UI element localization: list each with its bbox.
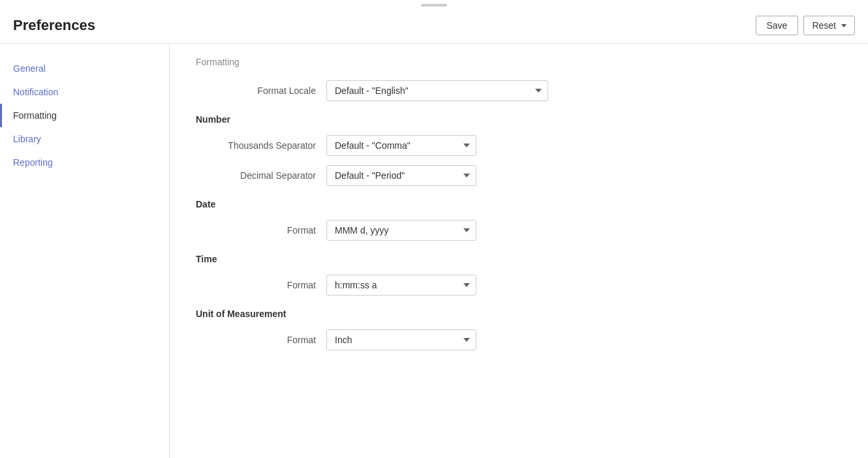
sidebar-item-formatting[interactable]: Formatting [0,104,169,127]
page-header: Preferences Save Reset [0,8,868,44]
sidebar-item-notification[interactable]: Notification [0,80,169,104]
measurement-format-label: Format [196,335,326,345]
time-title: Time [196,254,842,264]
format-locale-row: Format Locale Default - "English" [196,80,842,101]
date-format-wrapper: MMM d, yyyy [326,220,476,241]
sidebar: General Notification Formatting Library … [0,44,170,458]
header-buttons: Save Reset [756,16,856,35]
date-section: Date Format MMM d, yyyy [196,199,842,241]
date-format-row: Format MMM d, yyyy [196,220,842,241]
sidebar-item-label-formatting: Formatting [13,110,57,121]
decimal-separator-select[interactable]: Default - "Period" [326,165,476,186]
reset-label: Reset [812,20,836,31]
decimal-separator-label: Decimal Separator [196,170,326,181]
measurement-format-wrapper: Inch [326,329,476,350]
time-format-label: Format [196,280,326,290]
decimal-separator-row: Decimal Separator Default - "Period" [196,165,842,186]
measurement-section: Unit of Measurement Format Inch [196,309,842,350]
sidebar-item-label-general: General [13,63,46,74]
format-locale-label: Format Locale [196,85,326,96]
reset-button[interactable]: Reset [803,16,855,35]
sidebar-item-reporting[interactable]: Reporting [0,151,169,174]
format-locale-select[interactable]: Default - "English" [326,80,548,101]
date-format-label: Format [196,225,326,236]
decimal-separator-wrapper: Default - "Period" [326,165,476,186]
main-layout: General Notification Formatting Library … [0,44,868,458]
time-format-wrapper: h:mm:ss a [326,275,476,296]
thousands-separator-wrapper: Default - "Comma" [326,135,476,156]
measurement-title: Unit of Measurement [196,309,842,319]
measurement-format-select[interactable]: Inch [326,329,476,350]
sidebar-item-library[interactable]: Library [0,127,169,151]
time-format-select[interactable]: h:mm:ss a [326,275,476,296]
date-title: Date [196,199,842,209]
save-button[interactable]: Save [756,16,799,35]
date-format-select[interactable]: MMM d, yyyy [326,220,476,241]
sidebar-item-general[interactable]: General [0,57,169,80]
number-section: Number Thousands Separator Default - "Co… [196,114,842,186]
page-title: Preferences [13,17,95,34]
sidebar-item-label-library: Library [13,134,41,144]
thousands-separator-select[interactable]: Default - "Comma" [326,135,476,156]
number-title: Number [196,114,842,125]
sidebar-item-label-reporting: Reporting [13,157,53,168]
format-locale-wrapper: Default - "English" [326,80,548,101]
drag-handle [421,4,447,7]
measurement-format-row: Format Inch [196,329,842,350]
thousands-separator-row: Thousands Separator Default - "Comma" [196,135,842,156]
content-area: Formatting Format Locale Default - "Engl… [170,44,868,458]
section-title: Formatting [196,57,842,67]
sidebar-item-label-notification: Notification [13,87,58,97]
thousands-separator-label: Thousands Separator [196,140,326,151]
time-section: Time Format h:mm:ss a [196,254,842,296]
time-format-row: Format h:mm:ss a [196,275,842,296]
reset-chevron-icon [841,24,846,27]
